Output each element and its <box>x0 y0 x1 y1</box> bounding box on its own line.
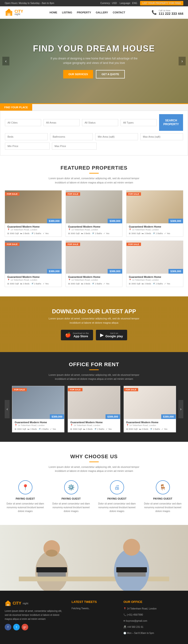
find-place-tab: FIND YOUR PLACE <box>0 104 32 110</box>
office-card[interactable]: FOR SALE $389,000 Guaranteed Modern Home… <box>124 386 176 432</box>
property-badge: FOR SALE <box>66 242 80 246</box>
office-badge: FOR SALE <box>124 388 138 391</box>
office-title: OFFICE FOR RENT Lorem ipsum dolor sit am… <box>5 362 183 381</box>
featured-title: FEATURED PROPERTIES Lorem ipsum dolor si… <box>5 165 183 184</box>
min-area-select[interactable]: Min Area (sqft) <box>95 133 138 140</box>
search-row-1: All Cities All Areas All Status All Type… <box>5 114 183 131</box>
why-underline <box>89 462 99 462</box>
city-select[interactable]: All Cities <box>5 119 41 126</box>
search-section: FIND YOUR PLACE All Cities All Areas All… <box>0 103 188 156</box>
search-button[interactable]: SEARCHPROPERTY <box>159 114 183 131</box>
search-form: All Cities All Areas All Status All Type… <box>0 110 188 156</box>
baths: 🚿 2 Baths <box>31 232 41 235</box>
phone-box: 📞 Call Us Now 111 222 333 444 <box>152 10 183 16</box>
currency-label: Currency: USD <box>100 2 117 4</box>
bathrooms-select[interactable]: Bathrooms <box>50 133 93 140</box>
office-meta: ⊞ 3060 Sqft 🛏 3 Beds 🚿 2 Baths ✓ Yes <box>126 428 174 430</box>
why-item-desc: Dolor sit amet consectetur sed diam nonu… <box>50 502 92 513</box>
logo: CITY night <box>5 8 23 17</box>
status-select[interactable]: All Status <box>82 119 118 126</box>
office-address: 📍14 Tottenham Road, London <box>14 424 62 426</box>
hero-content: FIND YOUR DREAM HOUSE If you dream of de… <box>33 44 155 78</box>
office-next-button[interactable]: › <box>178 400 183 418</box>
app-section: Download Our Latest App Lorem ipsum dolo… <box>0 296 188 352</box>
baths: 🚿 2 Baths <box>31 282 41 285</box>
nav-gallery[interactable]: GALLERY <box>96 11 108 14</box>
nav-contact[interactable]: CONTACT <box>113 11 125 14</box>
appstore-button[interactable]: 🍎 Download on the App Store <box>61 330 93 340</box>
phone-icon: 📞 <box>152 10 157 15</box>
googleplus-button[interactable]: g+ <box>22 624 28 630</box>
sqft: ⊞ 3060 Sqft <box>129 232 140 235</box>
property-card[interactable]: FOR SALE $389,000 Guaranteed Modern Home… <box>5 240 62 287</box>
property-card[interactable]: FOR SALE $389,000 Guaranteed Modern Home… <box>5 190 62 237</box>
office-underline <box>89 370 99 370</box>
sqft: ⊞ 3060 Sqft <box>7 232 19 235</box>
property-card[interactable]: FOR SALE $389,000 Guaranteed Modern Home… <box>66 240 123 287</box>
pet: ✓ Yes <box>164 282 170 285</box>
footer-about-col: CITY night Lorem ipsum dolor sit amet, c… <box>5 600 64 637</box>
office-title: Guaranteed Modern Home <box>126 421 174 424</box>
property-title: Guaranteed Modern Home <box>129 276 181 278</box>
svg-rect-11 <box>118 572 146 576</box>
office-badge: FOR SALE <box>12 388 27 391</box>
property-price: $389,000 <box>108 219 122 223</box>
title-underline <box>89 173 99 174</box>
why-item: 🪑 PAYING GUEST Dolor sit amet consectetu… <box>142 480 183 513</box>
hero-title: FIND YOUR DREAM HOUSE <box>33 44 155 54</box>
property-meta: ⊞ 3060 Sqft 🛏 3 Beds 🚿 2 Baths ✓ Yes <box>7 282 59 285</box>
footer-logo: CITY night <box>5 600 64 607</box>
pet: ✓ Yes <box>164 232 170 235</box>
property-title: Guaranteed Modern Home <box>68 276 120 278</box>
featured-section: FEATURED PROPERTIES Lorem ipsum dolor si… <box>0 156 188 296</box>
get-quote-button[interactable]: GET A QUOTE <box>96 70 125 78</box>
office-card[interactable]: FOR SALE $389,000 Guaranteed Modern Home… <box>68 386 120 432</box>
app-desc: Lorem ipsum dolor sit amet, consectetur … <box>47 316 141 325</box>
office-prev-button[interactable]: ‹ <box>5 400 10 418</box>
our-services-button[interactable]: OUR SERVICES <box>63 70 93 78</box>
facebook-button[interactable]: f <box>5 624 11 630</box>
featured-grid: FOR SALE $389,000 Guaranteed Modern Home… <box>5 190 183 287</box>
list-property-button[interactable]: LIST YOUR PROPERTY FOR FREE <box>140 1 183 6</box>
twitter-button[interactable]: t <box>13 624 20 630</box>
why-item-title: PAYING GUEST <box>5 497 46 500</box>
social-links: f t g+ <box>5 624 64 630</box>
property-card[interactable]: FOR SALE $389,000 Guaranteed Modern Home… <box>126 240 183 287</box>
hero-section: ‹ FIND YOUR DREAM HOUSE If you dream of … <box>0 19 188 103</box>
property-address: 📍14 Tottenham Road, London <box>129 228 181 231</box>
office-address: 📍14 Tottenham Road, London <box>126 424 174 426</box>
office-title: Guaranteed Modern Home <box>14 421 62 424</box>
why-grid: 📍 PAYING GUEST Dolor sit amet consectetu… <box>5 480 183 513</box>
why-item-title: PAYING GUEST <box>50 497 92 500</box>
hero-desc: If you dream of designing a new home tha… <box>47 56 141 65</box>
nav-listing[interactable]: LISTING <box>62 11 72 14</box>
app-buttons: 🍎 Download on the App Store ▶ Get it on … <box>5 330 183 340</box>
property-card[interactable]: FOR SALE $389,000 Guaranteed Modern Home… <box>126 190 183 237</box>
why-icon: 📍 <box>18 480 32 494</box>
nav-property[interactable]: PROPERTY <box>77 11 91 14</box>
max-area-select[interactable]: Max Area (sqft) <box>140 133 183 140</box>
nav-home[interactable]: HOME <box>50 11 57 14</box>
why-item-desc: Dolor sit amet consectetur sed diam nonu… <box>96 502 138 513</box>
min-price-select[interactable]: Min Price <box>5 142 50 150</box>
hero-prev-button[interactable]: ‹ <box>2 57 10 66</box>
property-meta: ⊞ 3060 Sqft 🛏 3 Beds 🚿 2 Baths ✓ Yes <box>68 282 120 285</box>
max-price-select[interactable]: Max Price <box>52 142 96 150</box>
property-card[interactable]: FOR SALE $389,000 Guaranteed Modern Home… <box>66 190 123 237</box>
team-photo <box>0 525 188 591</box>
type-select[interactable]: All Types <box>120 119 157 126</box>
area-select[interactable]: All Areas <box>44 119 80 126</box>
hero-next-button[interactable]: › <box>178 57 186 66</box>
office-card[interactable]: FOR SALE $389,000 Guaranteed Modern Home… <box>12 386 64 432</box>
why-icon: ⚙️ <box>64 480 78 494</box>
svg-point-3 <box>10 10 12 12</box>
property-price: $389,000 <box>108 269 122 274</box>
office-badge: FOR SALE <box>68 388 82 391</box>
googleplay-button[interactable]: ▶ Get it on Google play <box>96 330 127 340</box>
beds: 🛏 3 Beds <box>20 282 30 285</box>
beds-select[interactable]: Beds <box>5 133 48 140</box>
baths: 🚿 2 Baths <box>92 282 102 285</box>
office-meta: ⊞ 3060 Sqft 🛏 3 Beds 🚿 2 Baths ✓ Yes <box>14 428 62 430</box>
sqft: ⊞ 3060 Sqft <box>129 282 140 285</box>
office-contact-info: 📍 14 Tottenham Road, London📞 (+01) 456/7… <box>124 606 183 636</box>
